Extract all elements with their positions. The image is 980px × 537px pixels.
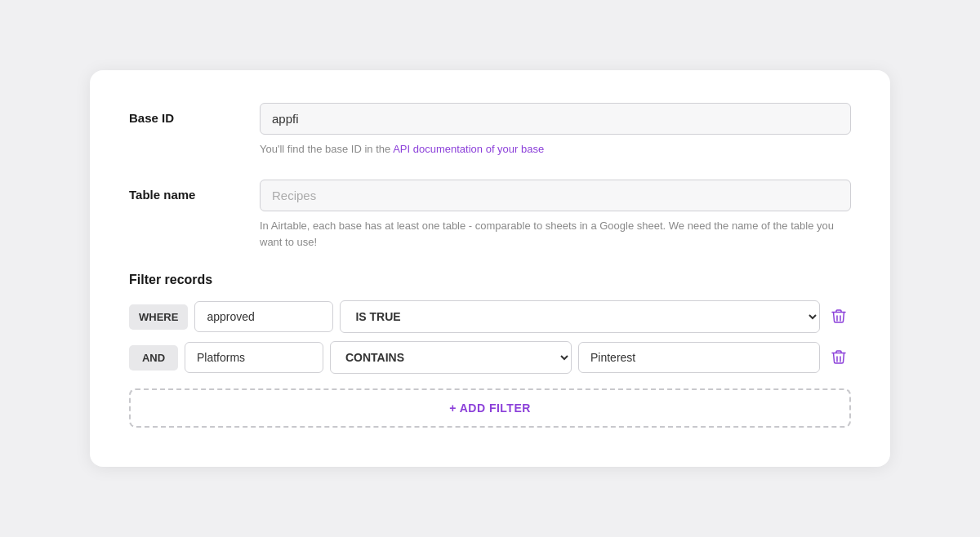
table-name-row: Table name In Airtable, each base has at… [129, 180, 851, 250]
base-id-label: Base ID [129, 103, 260, 125]
filter-operator-select-1[interactable]: IS TRUE IS FALSE [340, 300, 820, 333]
table-name-hint: In Airtable, each base has at least one … [260, 218, 851, 250]
base-id-row: Base ID You'll find the base ID in the A… [129, 103, 851, 158]
base-id-input[interactable] [260, 103, 851, 135]
filter-value-input-2[interactable] [578, 342, 820, 373]
table-name-content: In Airtable, each base has at least one … [260, 180, 851, 250]
base-id-content: You'll find the base ID in the API docum… [260, 103, 851, 158]
table-name-input[interactable] [260, 180, 851, 211]
filter-field-input-1[interactable] [194, 301, 333, 332]
filter-row-2: AND CONTAINS DOES NOT CONTAIN IS IS NOT … [129, 341, 851, 374]
filter-operator-select-2[interactable]: CONTAINS DOES NOT CONTAIN IS IS NOT IS E… [330, 341, 572, 374]
filter-delete-button-1[interactable] [826, 304, 851, 330]
filter-delete-button-2[interactable] [826, 344, 851, 371]
add-filter-button[interactable]: + ADD FILTER [129, 388, 851, 428]
api-docs-link[interactable]: API documentation of your base [393, 143, 544, 155]
table-name-label: Table name [129, 180, 260, 202]
filter-field-input-2[interactable] [185, 342, 323, 373]
main-card: Base ID You'll find the base ID in the A… [90, 70, 890, 468]
trash-icon-2 [831, 349, 846, 366]
trash-icon-1 [831, 308, 846, 325]
filter-records-title: Filter records [129, 273, 851, 287]
filter-connector-and: AND [129, 345, 178, 371]
filter-records-section: Filter records WHERE IS TRUE IS FALSE AN… [129, 273, 851, 428]
filter-row-1: WHERE IS TRUE IS FALSE [129, 300, 851, 333]
filter-connector-where: WHERE [129, 304, 188, 330]
base-id-hint: You'll find the base ID in the API docum… [260, 141, 851, 158]
